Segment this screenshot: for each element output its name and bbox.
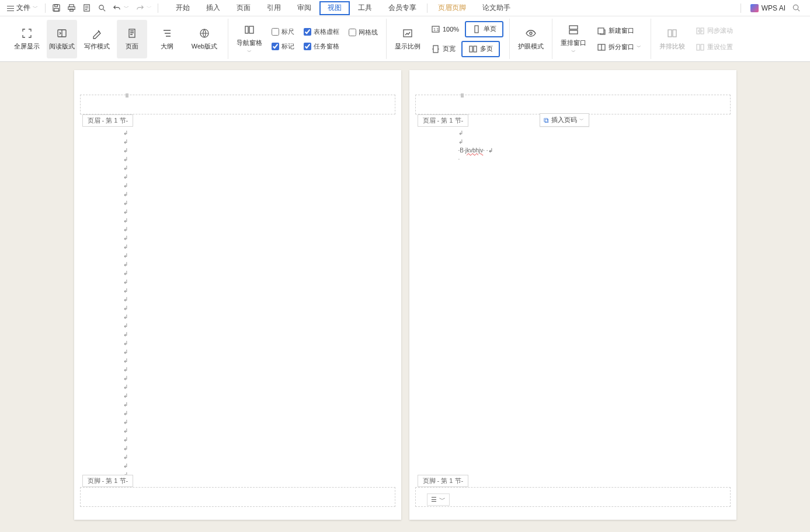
tab-start[interactable]: 开始: [168, 0, 198, 16]
fullscreen-button[interactable]: 全屏显示: [12, 20, 42, 58]
print-icon[interactable]: [67, 4, 76, 13]
check-column-3: 网格线: [346, 25, 380, 54]
svg-rect-27: [673, 30, 676, 37]
web-layout-button[interactable]: Web版式: [187, 20, 222, 58]
body-text[interactable]: ↲↲↲↲↲↲↲↲↲↲↲↲↲↲↲↲↲↲↲↲↲↲↲↲↲↲↲↲↲↲↲↲↲↲↲↲↲↲↲↲: [123, 128, 366, 473]
undo-icon[interactable]: [112, 4, 121, 13]
svg-rect-19: [470, 46, 472, 52]
page-width-icon: [431, 44, 440, 54]
show-ratio-button[interactable]: 显示比例: [392, 20, 423, 58]
check-column-1: 标尺 标记: [269, 24, 297, 54]
align-icon: ☰: [431, 496, 437, 503]
insert-page-number-button[interactable]: ⧉ 插入页码 ﹀: [540, 113, 589, 127]
mark-label: 标记: [281, 42, 294, 51]
reset-pos-icon: [696, 43, 705, 52]
split-window-button[interactable]: 拆分窗口 ﹀: [593, 41, 645, 54]
group-zoom: 显示比例 1:1 100% 单页 页宽 多页: [387, 19, 510, 59]
group-nav: 导航窗格 ﹀ 标尺 标记 表格虚框 任务窗格 网格线: [228, 19, 387, 59]
rearrange-window-button[interactable]: 重排窗口 ﹀: [558, 20, 589, 58]
eye-mode-button[interactable]: 护眼模式: [516, 20, 546, 58]
wps-ai-logo-icon: [750, 4, 759, 12]
svg-point-7: [99, 5, 103, 10]
redo-dropdown[interactable]: ﹀: [147, 4, 152, 12]
divider: [45, 4, 46, 13]
page-width-label: 页宽: [443, 44, 456, 53]
reading-icon: [55, 27, 68, 40]
wps-ai-button[interactable]: WPS AI: [750, 4, 785, 12]
zoom-100-button[interactable]: 1:1 100%: [427, 21, 463, 37]
hamburger-icon: [7, 5, 14, 11]
table-dash-label: 表格虚框: [314, 27, 339, 36]
split-window-label: 拆分窗口: [609, 43, 634, 51]
group-compare: 并排比较 同步滚动 重设位置: [651, 19, 742, 59]
nav-pane-button[interactable]: 导航窗格 ﹀: [234, 20, 265, 58]
divider: [741, 4, 741, 13]
mark-checkbox[interactable]: 标记: [272, 42, 294, 51]
show-ratio-label: 显示比例: [395, 42, 420, 51]
side-by-side-button[interactable]: 并排比较: [657, 20, 687, 58]
page-view-button[interactable]: 页面: [117, 20, 147, 58]
multi-page-button[interactable]: 多页: [461, 41, 500, 57]
ratio-icon: [401, 27, 414, 40]
new-window-label: 新建窗口: [609, 26, 634, 35]
multi-page-label: 多页: [480, 44, 493, 53]
pen-icon: [91, 27, 103, 40]
header-zone[interactable]: [415, 95, 731, 114]
side-by-side-label: 并排比较: [659, 42, 685, 51]
reading-view-button[interactable]: 阅读版式: [47, 20, 77, 58]
redo-icon[interactable]: [135, 4, 144, 13]
svg-rect-20: [474, 46, 477, 52]
footer-zone[interactable]: [415, 487, 731, 507]
tab-thesis[interactable]: 论文助手: [474, 0, 519, 16]
outline-label: 大纲: [161, 42, 173, 51]
header-zone[interactable]: [80, 95, 395, 114]
file-menu[interactable]: 文件 ﹀: [4, 2, 41, 15]
multi-page-icon: [468, 44, 478, 54]
table-dash-checkbox[interactable]: 表格虚框: [304, 27, 339, 36]
document-page-1[interactable]: 页眉 - 第 1 节- ↲↲↲↲↲↲↲↲↲↲↲↲↲↲↲↲↲↲↲↲↲↲↲↲↲↲↲↲…: [74, 70, 401, 520]
wps-ai-label: WPS AI: [762, 4, 785, 12]
chevron-down-icon: ﹀: [439, 495, 446, 504]
grid-checkbox[interactable]: 网格线: [349, 28, 378, 37]
body-text[interactable]: ↲ ↲ ·B·jkvbhjv· ·↲ ·: [458, 128, 701, 473]
split-window-icon: [597, 43, 606, 52]
reset-pos-label: 重设位置: [707, 43, 733, 51]
grid-label: 网格线: [359, 28, 378, 37]
save-icon[interactable]: [51, 4, 61, 13]
page-width-button[interactable]: 页宽: [427, 41, 459, 57]
ruler-checkbox[interactable]: 标尺: [272, 27, 294, 36]
print-alt-icon[interactable]: [82, 4, 91, 13]
svg-rect-24: [598, 28, 604, 34]
tab-tools[interactable]: 工具: [350, 0, 380, 16]
tab-reference[interactable]: 引用: [259, 0, 289, 16]
single-page-icon: [472, 25, 481, 34]
compare-stack: 同步滚动 重设位置: [692, 25, 736, 54]
workspace[interactable]: 页眉 - 第 1 节- ↲↲↲↲↲↲↲↲↲↲↲↲↲↲↲↲↲↲↲↲↲↲↲↲↲↲↲↲…: [0, 62, 810, 532]
task-pane-checkbox[interactable]: 任务窗格: [304, 42, 339, 51]
tab-vip[interactable]: 会员专享: [380, 0, 425, 16]
svg-rect-22: [569, 26, 578, 29]
search-icon[interactable]: [791, 4, 801, 13]
tab-insert[interactable]: 插入: [198, 0, 228, 16]
document-page-2[interactable]: 页眉 - 第 1 节- ⧉ 插入页码 ﹀ ↲ ↲ ·B·jkvbhjv· ·↲ …: [409, 70, 736, 520]
undo-dropdown[interactable]: ﹀: [124, 4, 129, 12]
new-window-button[interactable]: 新建窗口: [593, 25, 645, 37]
nav-pane-icon: [243, 23, 256, 36]
outline-button[interactable]: 大纲: [152, 20, 182, 58]
tab-view[interactable]: 视图: [319, 1, 350, 15]
divider: [158, 4, 158, 13]
header-label: 页眉 - 第 1 节-: [82, 114, 134, 127]
one-to-one-icon: 1:1: [431, 25, 440, 34]
tab-review[interactable]: 审阅: [289, 0, 319, 16]
ruler-label: 标尺: [281, 27, 294, 36]
single-page-button[interactable]: 单页: [465, 21, 503, 37]
tab-header-footer[interactable]: 页眉页脚: [430, 0, 474, 16]
writing-mode-button[interactable]: 写作模式: [82, 20, 112, 58]
preview-icon[interactable]: [97, 4, 106, 13]
footer-zone[interactable]: [80, 487, 395, 507]
side-by-side-icon: [666, 27, 679, 40]
svg-point-8: [793, 5, 798, 9]
footer-align-button[interactable]: ☰ ﹀: [427, 493, 450, 506]
tab-page[interactable]: 页面: [228, 0, 259, 16]
nav-pane-label: 导航窗格: [237, 39, 262, 47]
